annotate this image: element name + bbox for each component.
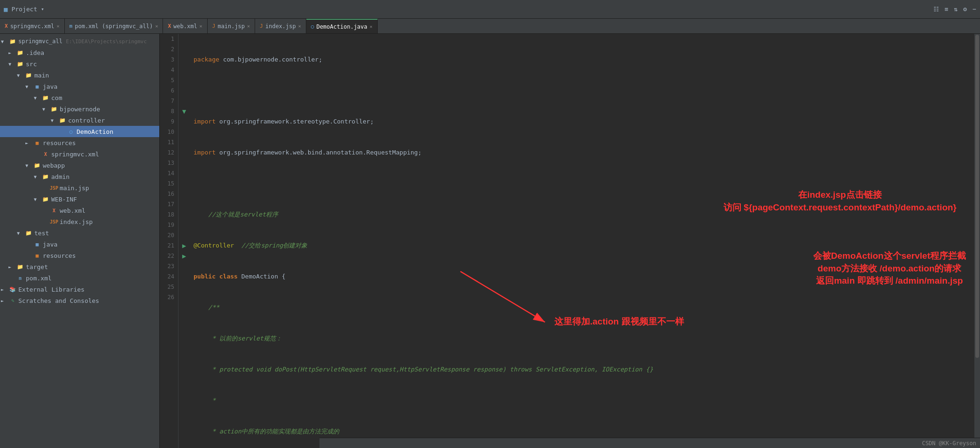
top-icons: ☷ ≡ ⇅ ⚙ − bbox=[933, 6, 976, 13]
vertical-scrollbar[interactable] bbox=[974, 34, 980, 438]
tab-springmvc-xml[interactable]: X springmvc.xml ✕ bbox=[0, 19, 65, 34]
tree-web-xml[interactable]: X web.xml bbox=[0, 205, 159, 216]
lib-icon: 📚 bbox=[8, 286, 17, 293]
tree-label: index.jsp bbox=[60, 218, 93, 225]
xml-icon: X bbox=[50, 208, 58, 213]
tree-label: .idea bbox=[26, 49, 44, 56]
arrow-icon: ▼ bbox=[25, 163, 33, 168]
code-line-11: * protected void doPost(HttpServletReque… bbox=[194, 364, 976, 375]
tree-idea[interactable]: ► 📁 .idea bbox=[0, 47, 159, 58]
folder-icon: 📁 bbox=[33, 162, 41, 169]
tab-web-xml[interactable]: X web.xml ✕ bbox=[163, 19, 207, 34]
arrow-icon bbox=[42, 185, 50, 191]
code-view[interactable]: 12345 678910 1112131415 1617181920 21222… bbox=[160, 34, 980, 448]
sort2-icon[interactable]: ⇅ bbox=[954, 6, 958, 13]
tab-close[interactable]: ✕ bbox=[298, 23, 301, 29]
folder-icon: 📁 bbox=[41, 196, 50, 202]
scratch-icon: ✎ bbox=[8, 298, 17, 304]
tree-controller[interactable]: ▼ 📁 controller bbox=[0, 115, 159, 126]
arrow-icon: ► bbox=[25, 140, 33, 146]
arrow-icon: ▼ bbox=[17, 231, 24, 236]
tree-index-jsp[interactable]: JSP index.jsp bbox=[0, 216, 159, 227]
tab-pom-xml[interactable]: m pom.xml (springmvc_all) ✕ bbox=[65, 19, 163, 34]
java-class-icon: ○ bbox=[67, 129, 75, 135]
tab-index-jsp[interactable]: J index.jsp ✕ bbox=[255, 19, 306, 34]
tree-label: webapp bbox=[43, 162, 65, 169]
tree-label: java bbox=[43, 241, 57, 248]
tree-com[interactable]: ▼ 📁 com bbox=[0, 92, 159, 103]
tree-test-resources[interactable]: ■ resources bbox=[0, 250, 159, 261]
code-line-6: //这个就是servlet程序 bbox=[194, 209, 976, 220]
tree-admin[interactable]: ▼ 📁 admin bbox=[0, 171, 159, 182]
code-line-9: /** bbox=[194, 302, 976, 313]
tab-close[interactable]: ✕ bbox=[57, 23, 60, 29]
line-numbers: 12345 678910 1112131415 1617181920 21222… bbox=[160, 34, 179, 448]
m-icon: m bbox=[70, 23, 73, 29]
gutter: ▼ ▶ ▶ bbox=[179, 34, 190, 448]
arrow-icon: ► bbox=[8, 50, 16, 55]
xml-icon2: X bbox=[168, 23, 171, 29]
code-line-8: public class DemoAction { bbox=[194, 271, 976, 282]
arrow-icon: ▼ bbox=[17, 73, 24, 78]
tree-test[interactable]: ▼ 📁 test bbox=[0, 227, 159, 239]
arrow-icon bbox=[25, 242, 33, 247]
tab-main-jsp[interactable]: J main.jsp ✕ bbox=[208, 19, 255, 34]
nav-icon[interactable]: ☷ bbox=[933, 6, 939, 13]
tree-main-jsp[interactable]: JSP main.jsp bbox=[0, 182, 159, 193]
tab-label: pom.xml (springmvc_all) bbox=[75, 23, 153, 30]
jsp-icon2: JSP bbox=[50, 219, 58, 224]
pom-icon: m bbox=[16, 276, 24, 281]
code-content[interactable]: package com.bjpowernode.controller; impo… bbox=[190, 34, 980, 448]
xml-icon: X bbox=[41, 152, 50, 157]
tree-webapp[interactable]: ▼ 📁 webapp bbox=[0, 160, 159, 171]
code-line-7: @Controller //交给spring创建对象 bbox=[194, 240, 976, 251]
folder-icon: 📁 bbox=[41, 174, 50, 180]
resources-icon2: ■ bbox=[33, 253, 41, 259]
sort-icon[interactable]: ≡ bbox=[945, 6, 949, 13]
tree-resources[interactable]: ► ■ resources bbox=[0, 137, 159, 148]
tree-label: main.jsp bbox=[60, 185, 89, 192]
arrow-icon: ▼ bbox=[34, 197, 41, 202]
tab-close[interactable]: ✕ bbox=[247, 23, 250, 29]
tree-ext-libs[interactable]: ► 📚 External Libraries bbox=[0, 284, 159, 295]
tab-demoaction-java[interactable]: ○ DemoAction.java ✕ bbox=[306, 19, 378, 34]
arrow-icon: ▼ bbox=[34, 174, 41, 179]
tree-java[interactable]: ▼ ■ java bbox=[0, 81, 159, 92]
tabs-bar: X springmvc.xml ✕ m pom.xml (springmvc_a… bbox=[0, 19, 980, 34]
java-icon: ○ bbox=[311, 23, 314, 30]
tree-scratches[interactable]: ► ✎ Scratches and Consoles bbox=[0, 295, 159, 306]
tab-label: index.jsp bbox=[265, 23, 296, 30]
tree-root[interactable]: ▼ 📁 springmvc_all E:\IDEA\Projects\sprin… bbox=[0, 36, 159, 47]
tab-close[interactable]: ✕ bbox=[200, 23, 202, 29]
tab-close[interactable]: ✕ bbox=[155, 23, 158, 29]
folder-icon: 📁 bbox=[41, 95, 50, 101]
tree-label: main bbox=[34, 72, 49, 79]
tree-main[interactable]: ▼ 📁 main bbox=[0, 70, 159, 81]
minimize-icon[interactable]: − bbox=[972, 6, 976, 13]
folder-icon: 📁 bbox=[16, 264, 24, 270]
project-icon: ■ bbox=[4, 6, 8, 13]
folder-icon: 📁 bbox=[16, 61, 24, 67]
jsp-icon2: J bbox=[260, 23, 263, 29]
arrow-icon: ▼ bbox=[34, 95, 41, 100]
tree-test-java[interactable]: ■ java bbox=[0, 239, 159, 250]
bottom-status-bar: CSDN @KK-Greyson bbox=[319, 438, 980, 448]
settings-icon[interactable]: ⚙ bbox=[963, 6, 967, 13]
tree-label: DemoAction bbox=[77, 128, 113, 135]
tree-webinf[interactable]: ▼ 📁 WEB-INF bbox=[0, 193, 159, 205]
arrow-icon bbox=[34, 152, 41, 157]
code-line-10: * 以前的servlet规范： bbox=[194, 333, 976, 344]
tree-demoaction[interactable]: ○ DemoAction bbox=[0, 126, 159, 137]
dropdown-icon[interactable]: ▾ bbox=[41, 6, 44, 12]
watermark: CSDN @KK-Greyson bbox=[922, 440, 976, 447]
tree-pom-xml[interactable]: m pom.xml bbox=[0, 272, 159, 284]
tree-target[interactable]: ► 📁 target bbox=[0, 261, 159, 272]
tree-bjpowernode[interactable]: ▼ 📁 bjpowernode bbox=[0, 103, 159, 115]
tab-close[interactable]: ✕ bbox=[370, 24, 373, 29]
resources-icon: ■ bbox=[33, 140, 41, 146]
tree-springmvc-xml[interactable]: X springmvc.xml bbox=[0, 148, 159, 160]
project-label[interactable]: Project bbox=[11, 6, 37, 13]
code-line-1: package com.bjpowernode.controller; bbox=[194, 54, 976, 65]
tree-src[interactable]: ▼ 📁 src bbox=[0, 58, 159, 70]
arrow-icon: ▼ bbox=[1, 39, 8, 44]
